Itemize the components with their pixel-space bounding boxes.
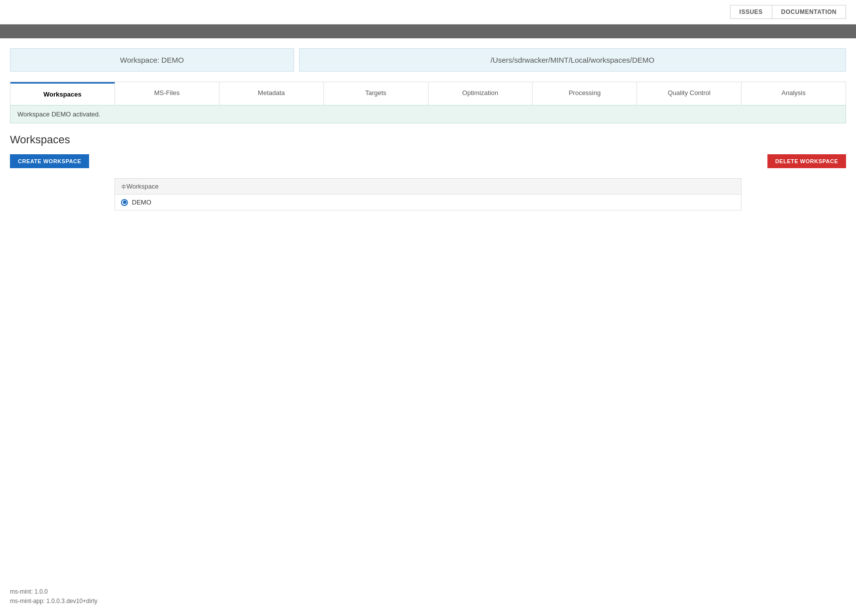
radio-cell: DEMO [121,199,735,206]
top-navigation: ISSUES DOCUMENTATION [0,0,856,24]
workspace-info-bar: Workspace: DEMO /Users/sdrwacker/MINT/Lo… [10,48,846,72]
tab-bar: Workspaces MS-Files Metadata Targets Opt… [10,82,846,105]
tab-ms-files[interactable]: MS-Files [115,82,219,105]
create-workspace-button[interactable]: CREATE WORKSPACE [10,154,89,168]
nav-button-group: ISSUES DOCUMENTATION [730,5,846,19]
main-content: Workspaces CREATE WORKSPACE DELETE WORKS… [10,133,846,210]
tab-metadata[interactable]: Metadata [219,82,324,105]
tab-quality-control[interactable]: Quality Control [637,82,742,105]
table-row[interactable]: DEMO [115,195,742,210]
tab-targets[interactable]: Targets [324,82,428,105]
radio-input[interactable] [121,199,128,206]
documentation-button[interactable]: DOCUMENTATION [772,5,846,18]
page-title: Workspaces [10,133,846,146]
status-message: Workspace DEMO activated. [17,110,101,118]
workspace-row-cell[interactable]: DEMO [115,195,742,210]
workspace-path-display: /Users/sdrwacker/MINT/Local/workspaces/D… [299,48,846,72]
tab-optimization[interactable]: Optimization [428,82,533,105]
action-buttons-row: CREATE WORKSPACE DELETE WORKSPACE [10,154,846,168]
issues-button[interactable]: ISSUES [731,5,772,18]
workspace-table: ≑Workspace DEMO [114,178,742,210]
tab-analysis[interactable]: Analysis [742,82,846,105]
workspace-row-name: DEMO [132,199,151,206]
gray-bar [0,24,856,38]
tab-workspaces[interactable]: Workspaces [10,82,115,105]
tabs-container: Workspaces MS-Files Metadata Targets Opt… [10,82,846,105]
workspace-name-display: Workspace: DEMO [10,48,294,72]
delete-workspace-button[interactable]: DELETE WORKSPACE [767,154,846,168]
workspace-column-header: ≑Workspace [115,179,742,195]
status-bar: Workspace DEMO activated. [10,105,846,123]
tab-processing[interactable]: Processing [533,82,637,105]
